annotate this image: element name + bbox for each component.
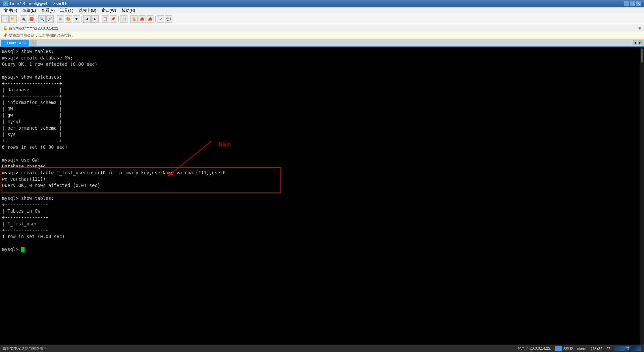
toolbar-sep4 <box>82 16 82 22</box>
toolbar-search[interactable]: 🔍 <box>38 15 46 23</box>
statusbar-left: 仅将文本发送到当前选项卡 <box>3 346 47 351</box>
toolbar-transfer2[interactable]: 📥 <box>147 15 154 23</box>
menu-view[interactable]: 查看(V) <box>39 7 57 14</box>
statusbar-col: 27 <box>606 347 610 351</box>
statusbar-widget: 英 <box>614 346 641 351</box>
address-text: ssh://root:******@20.0.0.14:22 <box>9 26 58 30</box>
terminal-wrapper: mysql> show tables; mysql> create databa… <box>0 47 644 345</box>
window-title: Linux1.4 - root@gw4:: - Xshell 5 <box>10 1 67 6</box>
window-controls: — □ ✕ <box>624 1 641 6</box>
titlebar: X Linux1.4 - root@gw4:: - Xshell 5 — □ ✕ <box>0 0 644 7</box>
menu-edit[interactable]: 编辑(E) <box>20 7 39 14</box>
lock-icon: 🔒 <box>3 26 8 31</box>
app-icon: X <box>3 1 8 6</box>
toolbar-search2[interactable]: 🔎 <box>46 15 54 23</box>
toolbar-sep2 <box>37 16 37 22</box>
toolbar-open[interactable]: 📂 <box>9 15 17 23</box>
toolbar-help[interactable]: ? <box>157 15 164 23</box>
toolbar-chat[interactable]: 💬 <box>165 15 172 23</box>
toolbar-disconnect[interactable]: ⛔ <box>28 15 35 23</box>
terminal-cursor <box>21 247 24 252</box>
statusbar: 仅将文本发送到当前选项卡 登录至 20.0.0.14:22, 🌐 SSH2 xt… <box>0 345 644 352</box>
tabbar-navigation: ◀ ▶ <box>633 40 643 45</box>
statusbar-size: 145x32 <box>590 347 602 351</box>
tab-linux14[interactable]: 1 Linux1.4 ✕ <box>1 40 29 46</box>
tab-prev-button[interactable]: ◀ <box>633 40 637 45</box>
toolbar-transfer[interactable]: 📤 <box>139 15 146 23</box>
toolbar-sep6 <box>118 16 119 22</box>
tab-next-button[interactable]: ▶ <box>638 40 643 45</box>
statusbar-send-text: 仅将文本发送到当前选项卡 <box>3 346 47 351</box>
toolbar-sep3 <box>55 16 55 22</box>
toolbar-new[interactable]: 📄 <box>1 15 9 23</box>
toolbar-left[interactable]: ◀ <box>83 15 91 23</box>
titlebar-left: X Linux1.4 - root@gw4:: - Xshell 5 <box>3 1 67 6</box>
toolbar-copy[interactable]: 📋 <box>102 15 109 23</box>
addressbar: 🔒 ssh://root:******@20.0.0.14:22 ▾ <box>0 24 644 32</box>
menu-file[interactable]: 文件(F) <box>1 7 20 14</box>
menubar: 文件(F) 编辑(E) 查看(V) 工具(T) 选项卡(B) 窗口(W) 帮助(… <box>0 7 644 14</box>
close-button[interactable]: ✕ <box>636 1 641 6</box>
address-dropdown[interactable]: ▾ <box>638 25 641 32</box>
minimize-button[interactable]: — <box>624 1 629 6</box>
toolbar-right[interactable]: ▶ <box>91 15 99 23</box>
infobar-text: 要添加当前会话，点击左侧的箭头按钮。 <box>9 33 75 38</box>
tab-close-icon[interactable]: ✕ <box>23 41 26 45</box>
toolbar-expand[interactable]: ⬜ <box>120 15 127 23</box>
terminal-scrollbar[interactable] <box>640 47 644 345</box>
toolbar-paste[interactable]: 📌 <box>110 15 117 23</box>
scrollbar-thumb[interactable] <box>641 49 643 62</box>
network-icon: 🌐 <box>555 346 562 351</box>
pin-icon: 📌 <box>3 33 7 38</box>
menu-tools[interactable]: 工具(T) <box>57 7 76 14</box>
terminal-line-1: mysql> show tables; mysql> create databa… <box>2 48 638 253</box>
statusbar-protocol: SSH2 <box>563 347 573 351</box>
statusbar-ip: 登录至 20.0.0.14:22, <box>518 346 551 351</box>
toolbar: 📄 📂 🔌 ⛔ 🔍 🔎 ⚙ 🎨 ▼ ◀ ▶ 📋 📌 ⬜ 🔒 📤 📥 ? 💬 <box>0 14 644 24</box>
tab-label: 1 Linux1.4 <box>4 41 21 45</box>
toolbar-sep8 <box>155 16 156 22</box>
tabbar: 1 Linux1.4 ✕ + ◀ ▶ <box>0 39 644 47</box>
statusbar-ssh: 🌐 SSH2 <box>555 346 573 351</box>
toolbar-sep1 <box>18 16 18 22</box>
menu-tabs[interactable]: 选项卡(B) <box>76 7 99 14</box>
menu-help[interactable]: 帮助(H) <box>119 7 138 14</box>
toolbar-options[interactable]: ▼ <box>73 15 80 23</box>
toolbar-sep5 <box>100 16 100 22</box>
toolbar-sep7 <box>129 16 129 22</box>
tab-add-button[interactable]: + <box>30 40 37 46</box>
menu-window[interactable]: 窗口(W) <box>99 7 119 14</box>
toolbar-connect[interactable]: 🔌 <box>20 15 27 23</box>
statusbar-right: 登录至 20.0.0.14:22, 🌐 SSH2 xterm 145x32 27… <box>518 346 641 351</box>
toolbar-settings[interactable]: ⚙ <box>57 15 64 23</box>
toolbar-palette[interactable]: 🎨 <box>65 15 72 23</box>
toolbar-lock[interactable]: 🔒 <box>130 15 138 23</box>
statusbar-terminal: xterm <box>577 347 586 351</box>
maximize-button[interactable]: □ <box>630 1 635 6</box>
infobar: 📌 要添加当前会话，点击左侧的箭头按钮。 <box>0 32 644 39</box>
terminal[interactable]: mysql> show tables; mysql> create databa… <box>0 47 640 345</box>
